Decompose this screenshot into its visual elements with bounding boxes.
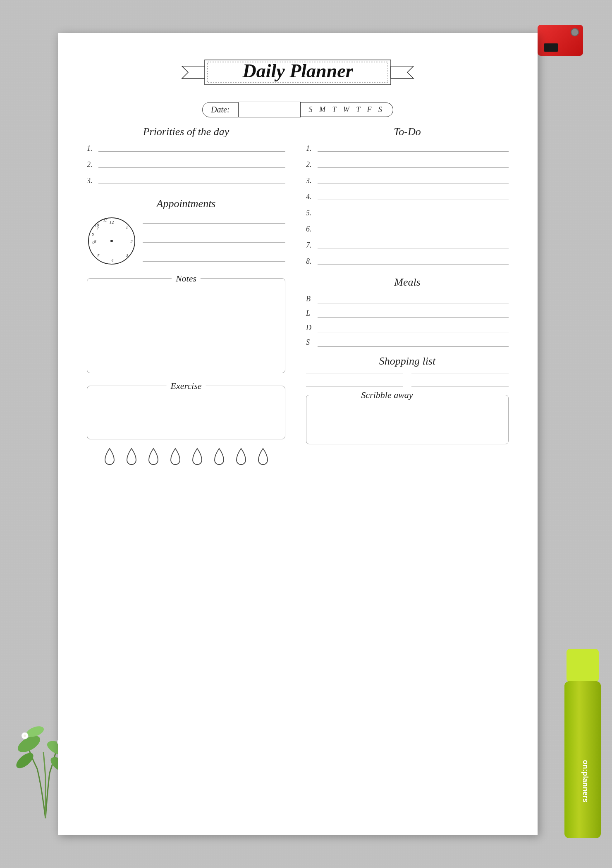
svg-text:on:planners: on:planners xyxy=(581,760,590,802)
meals-section: Meals B L D S xyxy=(306,276,509,347)
priorities-section: Priorities of the day 1. 2. 3. xyxy=(87,126,285,185)
two-col-layout: Priorities of the day 1. 2. 3. Appointme… xyxy=(87,126,509,468)
meal-lunch: L xyxy=(306,309,509,318)
right-column: To-Do 1. 2. 3. 4. 5. xyxy=(306,126,509,468)
todo-item-3: 3. xyxy=(306,176,509,185)
svg-text:10: 10 xyxy=(95,222,100,227)
priorities-title: Priorities of the day xyxy=(87,126,285,138)
priority-item-3: 3. xyxy=(87,176,285,185)
appt-line-1 xyxy=(143,223,285,224)
notes-section: Notes xyxy=(87,278,285,373)
scribble-box[interactable] xyxy=(306,395,509,444)
svg-text:12: 12 xyxy=(110,219,115,224)
todo-item-2: 2. xyxy=(306,160,509,169)
todo-item-5: 5. xyxy=(306,209,509,217)
shopping-line-4 xyxy=(411,380,509,380)
svg-text:11: 11 xyxy=(103,218,107,223)
banner-svg: Daily Planner xyxy=(174,54,422,91)
todo-item-1: 1. xyxy=(306,144,509,153)
appointments-title: Appointments xyxy=(87,198,285,210)
appointments-section: Appointments 12 1 2 3 4 5 6 xyxy=(87,198,285,266)
svg-text:5: 5 xyxy=(97,253,100,258)
sharpener-decoration xyxy=(538,25,587,66)
scribble-section: Scribble away xyxy=(306,395,509,444)
water-drop-1 xyxy=(102,448,117,468)
days-box: S M T W T F S xyxy=(301,103,393,117)
svg-text:8: 8 xyxy=(94,239,96,244)
notes-box[interactable] xyxy=(87,278,285,373)
shopping-line-5 xyxy=(306,386,403,386)
priority-item-2: 2. xyxy=(87,160,285,169)
exercise-section: Exercise xyxy=(87,386,285,439)
scribble-title: Scribble away xyxy=(357,390,417,401)
shopping-line-2 xyxy=(411,374,509,374)
svg-text:4: 4 xyxy=(111,258,114,262)
clock-container: 12 1 2 3 4 5 6 7 8 9 10 11 xyxy=(87,216,136,266)
svg-point-2 xyxy=(14,750,36,771)
notes-box-wrapper: Notes xyxy=(87,278,285,373)
svg-text:Daily Planner: Daily Planner xyxy=(242,60,353,81)
svg-text:1: 1 xyxy=(126,224,128,229)
date-label: Date: xyxy=(202,102,239,117)
water-drop-7 xyxy=(233,448,249,468)
scribble-box-wrapper: Scribble away xyxy=(306,395,509,444)
date-row: Date: S M T W T F S xyxy=(87,102,509,117)
appt-line-5 xyxy=(143,261,285,262)
meal-dinner: D xyxy=(306,324,509,332)
svg-point-32 xyxy=(110,240,113,242)
appt-line-3 xyxy=(143,242,285,243)
water-drop-8 xyxy=(255,448,271,468)
appt-line-2 xyxy=(143,233,285,233)
meal-breakfast: B xyxy=(306,295,509,303)
shopping-line-1 xyxy=(306,374,403,374)
exercise-title: Exercise xyxy=(167,381,206,391)
clock-svg: 12 1 2 3 4 5 6 7 8 9 10 11 xyxy=(87,216,136,266)
water-drop-2 xyxy=(124,448,139,468)
svg-rect-12 xyxy=(567,649,599,682)
todo-section: To-Do 1. 2. 3. 4. 5. xyxy=(306,126,509,266)
meal-snack: S xyxy=(306,338,509,347)
svg-text:9: 9 xyxy=(92,231,94,236)
water-drop-5 xyxy=(189,448,205,468)
water-drop-6 xyxy=(211,448,227,468)
priority-item-1: 1. xyxy=(87,144,285,153)
header: Daily Planner Date: S M T W T F S xyxy=(87,54,509,117)
appointment-lines xyxy=(143,223,285,266)
water-drop-3 xyxy=(146,448,161,468)
todo-item-7: 7. xyxy=(306,241,509,250)
appointments-row: 12 1 2 3 4 5 6 7 8 9 10 11 xyxy=(87,216,285,266)
appt-line-4 xyxy=(143,252,285,252)
shopping-section: Shopping list xyxy=(306,355,509,386)
svg-text:3: 3 xyxy=(125,253,128,258)
svg-text:2: 2 xyxy=(130,239,133,244)
todo-item-8: 8. xyxy=(306,257,509,266)
paper: Daily Planner Date: S M T W T F S Priori… xyxy=(58,33,538,835)
shopping-grid xyxy=(306,374,509,386)
shopping-line-6 xyxy=(411,386,509,386)
meals-title: Meals xyxy=(306,276,509,289)
notes-title: Notes xyxy=(172,273,201,284)
highlighter-decoration: on:planners xyxy=(562,649,604,847)
shopping-line-3 xyxy=(306,380,403,380)
water-drop-4 xyxy=(167,448,183,468)
todo-item-4: 4. xyxy=(306,193,509,201)
exercise-box-wrapper: Exercise xyxy=(87,386,285,439)
svg-point-6 xyxy=(24,734,26,737)
todo-item-6: 6. xyxy=(306,225,509,234)
left-column: Priorities of the day 1. 2. 3. Appointme… xyxy=(87,126,285,468)
exercise-box[interactable] xyxy=(87,386,285,439)
shopping-title: Shopping list xyxy=(306,355,509,367)
todo-title: To-Do xyxy=(306,126,509,138)
water-drops xyxy=(87,448,285,468)
